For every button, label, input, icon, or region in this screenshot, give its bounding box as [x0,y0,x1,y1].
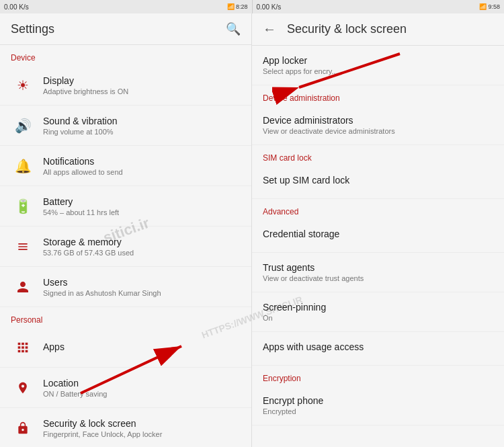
location-subtitle: ON / Battery saving [43,390,241,398]
security-icon [11,421,35,435]
apps-icon [11,340,35,355]
app-locker-subtitle: Select apps for encry... [263,67,493,75]
right-panel-content: App locker Select apps for encry... Devi… [252,46,504,447]
sim-lock-title: Set up SIM card lock [263,175,493,186]
sound-title: Sound & vibration [43,116,241,126]
right-item-app-locker[interactable]: App locker Select apps for encry... [252,46,504,85]
security-title: Security & lock screen [43,418,241,429]
security-screen-title: Security & lock screen [287,22,407,36]
right-item-apps-usage[interactable]: Apps with usage access [252,332,504,366]
battery-icon: 🔋 [11,198,35,214]
trust-agents-subtitle: View or deactivate trust agents [263,274,493,282]
encrypt-phone-subtitle: Encrypted [263,407,493,415]
users-title: Users [43,277,241,288]
left-status-bar: 0.00 K/s 📶 8:28 [0,0,252,13]
left-panel-content: Device ☀ Display Adaptive brightness is … [0,45,251,447]
apps-title: Apps [43,341,241,352]
right-status-bar: 0.00 K/s 📶 9:58 [252,0,505,13]
sidebar-item-apps[interactable]: Apps [0,327,251,368]
device-admins-subtitle: View or deactivate device administrators [263,127,493,135]
app-locker-title: App locker [263,55,493,66]
storage-icon [11,240,35,253]
right-item-screen-pinning[interactable]: Screen-pinning On [252,292,504,332]
sidebar-item-storage[interactable]: Storage & memory 53.76 GB of 57.43 GB us… [0,227,251,267]
right-status-icons: 📶 9:58 [479,3,500,10]
notifications-subtitle: All apps allowed to send [43,168,241,176]
device-admins-title: Device administrators [263,115,493,126]
users-subtitle: Signed in as Ashutosh Kumar Singh [43,289,241,297]
section-personal-label: Personal [0,307,251,327]
left-panel: Settings 🔍 Device ☀ Display Adaptive bri… [0,13,252,447]
left-status-icons: 📶 8:28 [227,3,248,10]
battery-subtitle: 54% – about 11 hrs left [43,208,241,216]
location-icon [11,381,35,395]
left-header: Settings 🔍 [0,13,251,45]
battery-title: Battery [43,196,241,207]
left-speed: 0.00 K/s [4,3,29,11]
section-device-admin-label: Device administration [252,85,504,106]
sidebar-item-location[interactable]: Location ON / Battery saving [0,368,251,408]
screen-pinning-title: Screen-pinning [263,302,493,313]
section-advanced-label: Advanced [252,199,504,219]
sidebar-item-sound[interactable]: 🔊 Sound & vibration Ring volume at 100% [0,106,251,146]
right-time: 9:58 [488,3,500,10]
right-speed: 0.00 K/s [257,3,282,11]
sidebar-item-display[interactable]: ☀ Display Adaptive brightness is ON [0,65,251,106]
right-item-encrypt-phone[interactable]: Encrypt phone Encrypted [252,386,504,425]
right-item-sim-lock[interactable]: Set up SIM card lock [252,165,504,199]
section-device-label: Device [0,45,251,65]
right-header: ← Security & lock screen [252,13,504,46]
sidebar-item-notifications[interactable]: 🔔 Notifications All apps allowed to send [0,146,251,186]
sidebar-item-security[interactable]: Security & lock screen Fingerprint, Face… [0,408,251,447]
storage-subtitle: 53.76 GB of 57.43 GB used [43,249,241,257]
encrypt-phone-title: Encrypt phone [263,395,493,406]
screen-pinning-subtitle: On [263,314,493,322]
right-item-trust-agents[interactable]: Trust agents View or deactivate trust ag… [252,253,504,292]
settings-title: Settings [11,22,54,36]
section-sim-label: SIM card lock [252,145,504,165]
sidebar-item-battery[interactable]: 🔋 Battery 54% – about 11 hrs left [0,186,251,227]
right-panel: ← Security & lock screen App locker Sele… [252,13,504,447]
sound-icon: 🔊 [11,118,35,134]
left-time: 8:28 [236,3,248,10]
section-encryption-label: Encryption [252,366,504,386]
trust-agents-title: Trust agents [263,262,493,273]
apps-usage-title: Apps with usage access [263,341,493,352]
right-item-credential-storage[interactable]: Credential storage [252,219,504,253]
notifications-title: Notifications [43,156,241,167]
security-subtitle: Fingerprint, Face Unlock, App locker [43,430,241,438]
display-title: Display [43,75,241,86]
users-icon [11,280,35,294]
sidebar-item-users[interactable]: Users Signed in as Ashutosh Kumar Singh [0,267,251,307]
sound-subtitle: Ring volume at 100% [43,128,241,136]
notifications-icon: 🔔 [11,158,35,174]
display-icon: ☀ [11,77,35,93]
right-item-device-admins[interactable]: Device administrators View or deactivate… [252,106,504,145]
display-subtitle: Adaptive brightness is ON [43,87,241,95]
credential-storage-title: Credential storage [263,229,493,239]
search-icon[interactable]: 🔍 [226,22,241,36]
back-button[interactable]: ← [263,22,276,37]
storage-title: Storage & memory [43,237,241,247]
location-title: Location [43,378,241,389]
